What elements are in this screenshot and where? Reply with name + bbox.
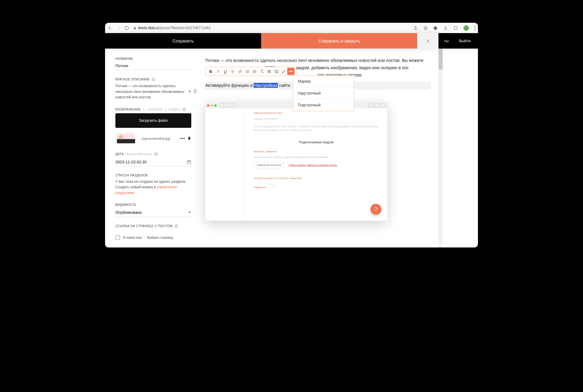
traffic-min-icon — [211, 104, 213, 107]
field-date: ДАТА (Europe/Moscow) ? — [115, 152, 196, 166]
svg-point-6 — [253, 71, 254, 72]
selected-text: Настройках — [254, 83, 278, 88]
svg-point-2 — [475, 28, 476, 29]
sections-label: СПИСОК РАЗДЕЛОВ — [115, 174, 196, 177]
new-window-checkbox[interactable] — [115, 235, 120, 240]
close-button[interactable] — [417, 33, 438, 49]
chrome-toolbar: feeds.tilda.cc/posts/?feeduid=6327067710… — [105, 23, 478, 33]
inner-misc-icon — [381, 103, 386, 107]
more-button[interactable]: ••• — [287, 68, 295, 75]
scrollbar[interactable] — [438, 49, 443, 247]
align-button[interactable] — [265, 68, 273, 75]
exit-link[interactable]: Выйти — [459, 39, 471, 43]
file-delete-icon[interactable] — [187, 136, 191, 141]
ordered-list-button[interactable] — [244, 68, 251, 75]
book-button[interactable] — [273, 68, 280, 75]
lock-icon — [133, 26, 136, 30]
more-submenu: Маркер Надстрочный Подстрочный — [293, 75, 354, 111]
strikethrough-button[interactable] — [229, 68, 236, 75]
date-tz: (Europe/Moscow) — [126, 152, 152, 156]
underline-button[interactable]: U — [222, 68, 229, 75]
chevron-down-icon[interactable] — [188, 211, 191, 214]
header-fragment: ты — [444, 39, 448, 43]
field-sections: СПИСОК РАЗДЕЛОВ У вас пока не создано ни… — [115, 174, 196, 196]
file-row: ...top-screenshot.jpg ••• — [115, 132, 191, 145]
file-more-icon[interactable]: ••• — [180, 136, 185, 141]
file-thumbnail[interactable] — [115, 132, 137, 145]
help-icon[interactable]: ? — [152, 77, 155, 81]
inner-manage-button[interactable]: Управление каталогом — [254, 162, 284, 169]
save-button[interactable]: Сохранить — [105, 33, 261, 49]
help-icon[interactable]: ? — [174, 224, 178, 228]
inner-content: ИДЕНТИФИКАТОР РАЗ example: a23423d943 Ес… — [245, 108, 387, 221]
inner-catalog-label: КАТАЛОГ ТОВАРОВ — [254, 150, 379, 154]
highlight-button[interactable] — [280, 68, 287, 75]
inner-misc-icon — [369, 103, 373, 107]
inner-catalog-help: Каталог помогает быстро и удобно редакти… — [254, 155, 379, 159]
help-fab[interactable]: ? — [370, 204, 381, 215]
inner-id-hint: example: a23423d943 — [254, 117, 379, 122]
italic-button[interactable]: I — [214, 68, 222, 75]
inner-panel-icon — [230, 103, 235, 107]
plus-icon[interactable]: + — [188, 89, 191, 94]
reload-icon[interactable] — [124, 26, 129, 30]
new-window-label: В новом окне — [123, 236, 142, 239]
name-input[interactable] — [115, 62, 191, 70]
select-page-link[interactable]: Выбрать страницу — [147, 236, 173, 239]
desc-label: КРАТКОЕ ОПИСАНИЕ — [115, 78, 150, 81]
video-tab[interactable]: ВИДЕО — [169, 108, 180, 111]
svg-point-3 — [475, 29, 476, 30]
name-label: НАЗВАНИЕ — [115, 57, 196, 60]
menu-item-superscript[interactable]: Надстрочный — [293, 87, 354, 99]
date-input[interactable] — [115, 158, 187, 166]
field-name: НАЗВАНИЕ — [115, 57, 196, 70]
url-bar[interactable]: feeds.tilda.cc/posts/?feeduid=6327067710… — [138, 26, 410, 30]
inner-misc-icon — [375, 103, 380, 107]
embedded-screenshot: ИДЕНТИФИКАТОР РАЗ example: a23423d943 Ес… — [205, 102, 387, 221]
inner-connect-link[interactable]: Подключить — [254, 186, 266, 189]
save-close-button[interactable]: Сохранить и закрыть — [261, 33, 417, 49]
traffic-max-icon — [214, 104, 216, 107]
menu-item-marker[interactable]: Маркер — [293, 76, 354, 87]
bold-button[interactable]: B — [207, 68, 214, 75]
back-icon[interactable] — [107, 26, 112, 30]
menu-dots-icon[interactable] — [474, 26, 476, 30]
editor: Потоки — это возможность сделать несколь… — [196, 49, 438, 247]
svg-point-1 — [475, 26, 476, 27]
svg-rect-4 — [187, 161, 191, 164]
clear-format-button[interactable] — [258, 68, 265, 75]
url-path: /posts/?feeduid=632706771061 — [159, 26, 211, 30]
share-icon[interactable] — [413, 26, 418, 30]
star-icon[interactable] — [423, 26, 428, 30]
avatar[interactable] — [463, 25, 469, 31]
url-host: feeds.tilda.cc — [138, 26, 159, 30]
inner-delete-link[interactable]: Удалить каталог товаров и отключить моду… — [289, 164, 337, 166]
unordered-list-button[interactable] — [251, 68, 258, 75]
desc-text[interactable]: Потоки — это возможность сделать несколь… — [115, 83, 191, 100]
block-add-handle[interactable]: + ⠿ — [188, 89, 196, 94]
field-visibility: ВИДИМОСТЬ — [115, 203, 196, 217]
gallery-tab[interactable]: ГАЛЕРЕЯ — [147, 108, 162, 111]
help-icon[interactable]: ? — [182, 107, 186, 111]
field-post-link: ССЫЛКА НА СТРАНИЦУ С ПОСТОМ ? — [115, 224, 196, 228]
help-icon[interactable]: ? — [154, 152, 158, 156]
traffic-close-icon — [207, 104, 209, 107]
svg-point-7 — [253, 72, 254, 73]
inner-id-help: Если вы создавали этот сайт на заказ, то… — [254, 125, 379, 132]
visibility-label: ВИДИМОСТЬ — [115, 203, 196, 206]
inner-arrow-icon — [270, 182, 278, 188]
inner-flows-label: ПОТОКИ (НОВОСТИ, ПОСТЫ, СОБЫТИЯ) — [254, 177, 379, 180]
link-button[interactable] — [236, 68, 244, 75]
upload-button[interactable]: Загрузить файл — [115, 113, 191, 128]
footer-paragraph[interactable]: Подробная инструкция — https://tilda.cc/… — [205, 247, 305, 247]
inner-nav-icon — [220, 103, 228, 107]
media-label[interactable]: ИЗОБРАЖЕНИЕ — [115, 108, 141, 111]
drag-dots-icon[interactable]: ⠿ — [193, 89, 196, 94]
forward-icon[interactable] — [116, 26, 121, 30]
account-icon[interactable] — [453, 26, 458, 30]
menu-item-subscript[interactable]: Подстрочный — [293, 99, 354, 111]
calendar-icon[interactable] — [187, 160, 191, 164]
extensions-icon[interactable] — [433, 26, 438, 30]
visibility-select[interactable] — [115, 208, 188, 216]
download-icon[interactable] — [443, 26, 448, 30]
